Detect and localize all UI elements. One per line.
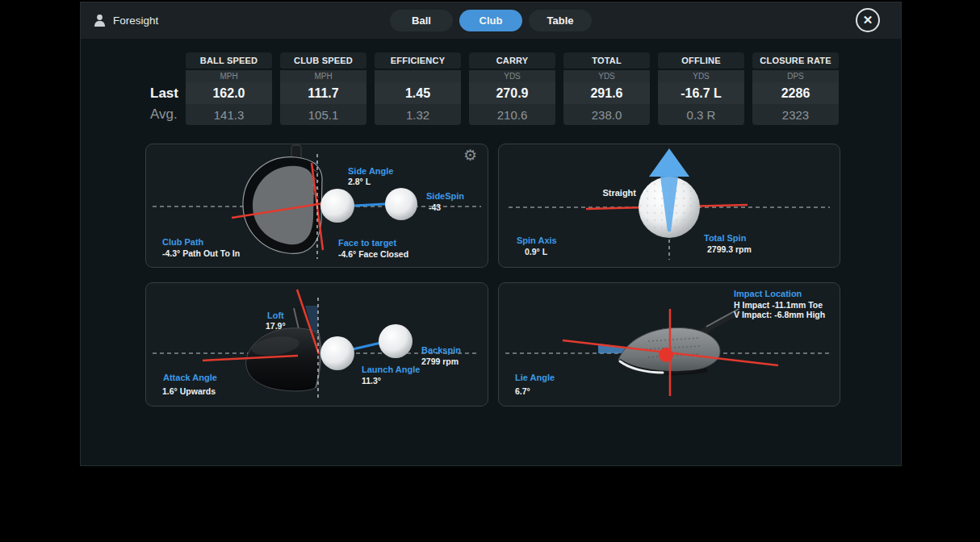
face-to-target-value: -4.6° Face Closed (338, 249, 408, 259)
lie-angle-value: 6.7° (515, 386, 530, 396)
app-title: Foresight (113, 15, 158, 27)
v-impact-value: V Impact: -6.8mm High (734, 310, 825, 319)
person-icon (94, 14, 106, 27)
tab-club[interactable]: Club (459, 10, 522, 31)
backspin-label: Backspin (421, 345, 461, 355)
side-angle-label: Side Angle (348, 166, 393, 176)
stat-avg-value: 238.0 (563, 104, 650, 125)
stat-last-value: -16.7 L (658, 82, 744, 104)
tab-table[interactable]: Table (529, 10, 592, 31)
stat-name: BALL SPEED (186, 52, 272, 69)
stat-avg-value: 105.1 (280, 104, 366, 125)
side-angle-value: 2.8° L (348, 177, 371, 186)
panel-grid: ⚙ Side Angle 2.8° L SideSpin -43 Club Pa… (145, 144, 840, 406)
stat-name: OFFLINE (658, 52, 744, 69)
loft-value: 17.9° (266, 321, 286, 331)
stat-col-closure-rate: CLOSURE RATE DPS 2286 2323 (752, 52, 839, 125)
stat-col-efficiency: EFFICIENCY 1.45 1.32 (375, 52, 461, 125)
spin-axis-label: Spin Axis (517, 236, 557, 245)
panel-impact: Impact Location H Impact -11.1mm Toe V I… (498, 282, 840, 406)
h-impact-value: H Impact -11.1mm Toe (734, 300, 823, 310)
stat-unit (375, 70, 461, 82)
backspin-value: 2799 rpm (421, 356, 459, 366)
brand: Foresight (94, 2, 158, 39)
stat-last-value: 291.6 (563, 82, 650, 104)
impact-location-label: Impact Location (734, 289, 802, 298)
row-label-avg: Avg. (150, 106, 179, 123)
stat-avg-value: 2323 (752, 104, 839, 125)
stat-avg-value: 141.3 (186, 104, 272, 125)
stat-unit: DPS (752, 70, 839, 82)
attack-angle-value: 1.6° Upwards (162, 386, 216, 396)
stat-unit: YDS (563, 70, 650, 82)
stat-unit: MPH (186, 70, 272, 82)
loft-label: Loft (267, 311, 284, 320)
stat-name: CARRY (469, 52, 555, 69)
header-bar: Foresight Ball Club Table ✕ (81, 2, 901, 39)
stat-col-offline: OFFLINE YDS -16.7 L 0.3 R (658, 52, 744, 125)
spin-axis-value: 0.9° L (525, 247, 547, 256)
stat-unit: YDS (658, 70, 744, 82)
stat-unit: YDS (469, 70, 555, 82)
tab-ball[interactable]: Ball (390, 10, 453, 31)
attack-angle-label: Attack Angle (163, 373, 217, 382)
face-to-target-label: Face to target (338, 238, 396, 248)
stat-col-club-speed: CLUB SPEED MPH 111.7 105.1 (280, 52, 366, 125)
side-spin-value: -43 (429, 202, 441, 212)
stat-cards: BALL SPEED MPH 162.0 141.3 CLUB SPEED MP… (186, 52, 839, 125)
panel-spin: Straight Spin Axis 0.9° L Total Spin 279… (498, 144, 840, 268)
stat-name: TOTAL (563, 52, 650, 69)
stat-last-value: 111.7 (280, 82, 366, 104)
panel-club-path: ⚙ Side Angle 2.8° L SideSpin -43 Club Pa… (145, 144, 488, 268)
close-icon: ✕ (863, 13, 873, 27)
spin-diagram (499, 144, 840, 267)
total-spin-label: Total Spin (704, 233, 746, 243)
stat-avg-value: 0.3 R (658, 104, 744, 125)
stat-name: CLOSURE RATE (752, 52, 839, 69)
stat-name: EFFICIENCY (375, 52, 461, 69)
gear-icon[interactable]: ⚙ (463, 148, 477, 163)
stat-last-value: 1.45 (375, 82, 461, 104)
club-path-label: Club Path (162, 237, 203, 247)
stat-col-total: TOTAL YDS 291.6 238.0 (563, 52, 650, 125)
club-path-value: -4.3° Path Out To In (162, 248, 240, 258)
total-spin-value: 2799.3 rpm (707, 244, 752, 254)
stat-last-value: 2286 (752, 82, 839, 104)
panel-launch: Loft 17.9° Backspin 2799 rpm Launch Angl… (145, 282, 488, 406)
stat-avg-value: 1.32 (375, 104, 461, 125)
view-tabs: Ball Club Table (390, 10, 592, 31)
stat-unit: MPH (280, 70, 366, 82)
stat-last-value: 162.0 (186, 82, 272, 104)
stat-last-value: 270.9 (469, 82, 555, 104)
close-button[interactable]: ✕ (856, 8, 880, 32)
launch-angle-label: Launch Angle (362, 365, 420, 374)
stat-avg-value: 210.6 (469, 104, 555, 125)
stat-col-carry: CARRY YDS 270.9 210.6 (469, 52, 555, 125)
foresight-window: Foresight Ball Club Table ✕ Last Avg. BA… (80, 2, 902, 466)
side-spin-label: SideSpin (426, 191, 464, 201)
lie-angle-label: Lie Angle (515, 373, 555, 382)
launch-angle-value: 11.3° (362, 376, 381, 386)
row-label-last: Last (150, 85, 179, 102)
spin-direction-label: Straight (592, 188, 636, 198)
screen: Foresight Ball Club Table ✕ Last Avg. BA… (0, 0, 980, 542)
stat-col-ball-speed: BALL SPEED MPH 162.0 141.3 (186, 52, 272, 125)
stat-name: CLUB SPEED (280, 52, 366, 69)
